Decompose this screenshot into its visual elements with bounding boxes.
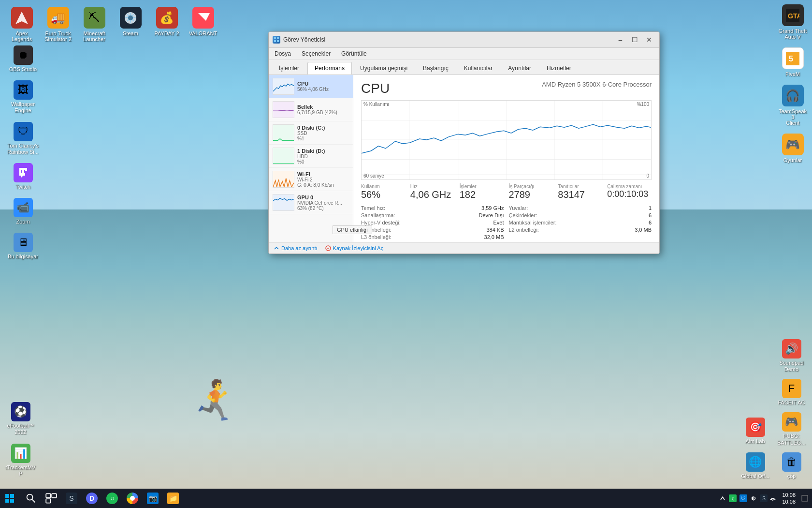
kullanim-value: 56%: [361, 189, 406, 200]
tray-steam-icon[interactable]: S: [760, 494, 768, 502]
desktop-icon-rainbow-six[interactable]: 🛡 Tom Clancy'sRainbow Si...: [5, 120, 41, 157]
desktop-icon-aim-lab[interactable]: 🎯 Aim Lab: [737, 416, 773, 447]
sidebar-disk0[interactable]: 0 Diski (C:) SSD%1: [269, 121, 353, 145]
tab-kullanicilar[interactable]: Kullanıcılar: [457, 62, 500, 75]
right-desktop-icons: GTA Grand TheftAuto V 5 FiveM 🎧 TeamSpea…: [776, 2, 810, 165]
taskbar-icon-discord[interactable]: D: [82, 489, 102, 508]
wallpaper-icon: 🖼: [14, 80, 33, 100]
tab-islemler[interactable]: İşlemler: [272, 62, 306, 75]
desktop-icon-apex[interactable]: Apex Legends: [5, 5, 39, 44]
desktop-icon-trackers[interactable]: 📊 tTrackersMVP: [2, 442, 39, 479]
stat-is-parcacigi: İş Parçacığı 2789: [509, 184, 553, 200]
desktop-icon-pubg[interactable]: 🎮 PUBG:BATTLEG...: [773, 410, 810, 448]
pubg-label: PUBG:BATTLEG...: [777, 433, 805, 446]
volume-icon[interactable]: [750, 495, 757, 502]
menu-dosya[interactable]: Dosya: [272, 49, 294, 59]
tab-uygulama[interactable]: Uygulama geçmişi: [353, 62, 415, 75]
sidebar-gpu[interactable]: GPU 0 NVIDIA GeForce R...63% (82 °C): [269, 191, 353, 214]
obs-label: OBS Studio: [9, 66, 37, 73]
rainbow-six-icon: 🛡: [14, 122, 33, 141]
desktop-icon-twitch[interactable]: Twitch: [5, 161, 41, 192]
tab-hizmetler[interactable]: Hizmetler: [539, 62, 579, 75]
taskbar-icon-steam[interactable]: S: [62, 489, 81, 508]
desktop-icon-faceit[interactable]: F FACEIT AC: [773, 377, 810, 408]
desktop-icon-obs[interactable]: ⏺ OBS Studio: [5, 44, 41, 75]
svg-rect-11: [277, 40, 279, 42]
tab-ayrintilar[interactable]: Ayrıntılar: [501, 62, 538, 75]
l2-value: 3,0 MB: [635, 227, 652, 233]
filemanager-taskbar-icon: 📁: [167, 493, 179, 504]
window-controls: ‒ ☐ ✕: [614, 35, 655, 45]
desktop-icon-steam[interactable]: Steam: [114, 5, 147, 38]
desktop-icon-oyunlar[interactable]: 🎮 Oyunlar: [776, 132, 810, 165]
task-manager-menubar: Dosya Seçenekler Görüntüle: [269, 48, 659, 60]
show-desktop-icon[interactable]: [801, 495, 808, 502]
faceit-label: FACEIT AC: [778, 400, 805, 406]
yuvalar-value: 1: [649, 205, 652, 211]
calisma-value: 0:00:10:03: [607, 189, 652, 199]
sidebar-cpu[interactable]: CPU 56% 4,06 GHz: [269, 75, 353, 98]
sidebar-disk1-chart: [273, 148, 294, 164]
taskbar-icon-taskview[interactable]: [42, 489, 61, 508]
taskbar-clock[interactable]: 10:08 10.08: [778, 492, 799, 506]
tray-icon-2[interactable]: 🛡: [740, 494, 747, 502]
desktop-icon-euro-truck[interactable]: 🚚 Euro TruckSimulator 2: [41, 5, 75, 44]
taskbar-icon-filemanager[interactable]: 📁: [163, 489, 183, 508]
svg-rect-9: [277, 37, 279, 39]
sidebar-bellek[interactable]: Bellek 6,7/15,9 GB (42%): [269, 98, 353, 121]
taskbar-icon-photos[interactable]: 📷: [143, 489, 162, 508]
desktop-icon-wallpaper[interactable]: 🖼 WallpaperEngine: [5, 78, 41, 116]
tray-icon-1[interactable]: ♫: [729, 494, 737, 502]
kaynak-izleyici-link[interactable]: Kaynak İzleyicisini Aç: [325, 245, 384, 251]
maximize-button[interactable]: ☐: [628, 35, 641, 45]
desktop-icon-minecraft[interactable]: ⛏ MinecraftLauncher: [77, 5, 111, 44]
desktop-icon-cop[interactable]: 🗑 çöp: [773, 450, 810, 481]
fivem-icon: 5: [782, 47, 804, 69]
sanallastirma-label: Sanallaştırma:: [361, 212, 395, 218]
desktop-icon-soundpad[interactable]: 🔊 SoundpadDemo: [773, 337, 810, 374]
desktop-icon-zoom[interactable]: 📹 Zoom: [5, 196, 41, 227]
sidebar-wifi-chart: [273, 171, 294, 188]
taskbar-icon-chrome[interactable]: [123, 489, 142, 508]
desktop-icon-payday2[interactable]: 💰 PAYDAY 2: [150, 5, 184, 38]
kaynak-text: Kaynak İzleyicisini Aç: [333, 245, 384, 251]
hiz-label: Hız: [410, 184, 455, 189]
menu-goruntule[interactable]: Görüntüle: [338, 49, 370, 59]
valorant-icon: [192, 7, 214, 29]
minimize-button[interactable]: ‒: [614, 35, 626, 45]
desktop-icon-efootball[interactable]: ⚽ eFootball™2022: [2, 400, 39, 437]
desktop-icon-grand-theft[interactable]: GTA Grand TheftAuto V: [776, 2, 810, 42]
desktop-icon-global[interactable]: 🌐 Global Off...: [737, 450, 773, 481]
chevron-up-tray-icon[interactable]: [719, 495, 726, 502]
hyperv-label: Hyper-V desteği:: [361, 220, 401, 225]
sidebar-wifi[interactable]: Wi-Fi Wi-Fi 2G: 0 A: 8,0 Kb/sn: [269, 168, 353, 191]
sidebar-disk1[interactable]: 1 Diski (D:) HDD%0: [269, 145, 353, 168]
tab-performans[interactable]: Performans: [307, 62, 352, 75]
hyperv-value: Evet: [493, 220, 504, 225]
desktop-icon-teamspeak[interactable]: 🎧 TeamSpeak 3Client: [776, 83, 810, 128]
cop-icon: 🗑: [782, 452, 801, 472]
right-stats-grid: Temel hız: 3,59 GHz Yuvalar: 1 Sanallaşt…: [361, 205, 652, 240]
pubg-icon: 🎮: [782, 412, 801, 432]
bu-bilgisayar-icon: 🖥: [14, 233, 33, 252]
close-button[interactable]: ✕: [643, 35, 655, 45]
desktop-icon-valorant[interactable]: VALORANT: [186, 5, 220, 38]
task-manager-title: Görev Yöneticisi: [283, 36, 614, 43]
desktop-icon-fivem[interactable]: 5 FiveM: [776, 45, 810, 79]
sidebar-disk0-chart: [273, 124, 294, 141]
daha-az-link[interactable]: Daha az ayrıntı: [274, 245, 318, 251]
tab-baslangic[interactable]: Başlangıç: [416, 62, 456, 75]
desktop-icon-bu-bilgisayar[interactable]: 🖥 Bu bilgisayar: [5, 231, 41, 262]
steam-taskbar-icon: S: [66, 493, 77, 504]
taskbar-icon-spotify[interactable]: ♫: [102, 489, 122, 508]
taskbar-pinned-icons: S D ♫ 📷 📁: [19, 489, 185, 508]
valorant-label: VALORANT: [189, 30, 217, 36]
euro-truck-icon: 🚚: [47, 7, 69, 29]
stat-cekirdekler: Çekirdekler: 6: [509, 212, 652, 218]
menu-secenekler[interactable]: Seçenekler: [299, 49, 334, 59]
start-button[interactable]: [0, 489, 19, 508]
temel-hiz-label: Temel hız:: [361, 205, 385, 211]
network-icon[interactable]: [769, 495, 776, 502]
taskbar-icon-search[interactable]: [21, 489, 41, 508]
fivem-label: FiveM: [785, 71, 800, 77]
